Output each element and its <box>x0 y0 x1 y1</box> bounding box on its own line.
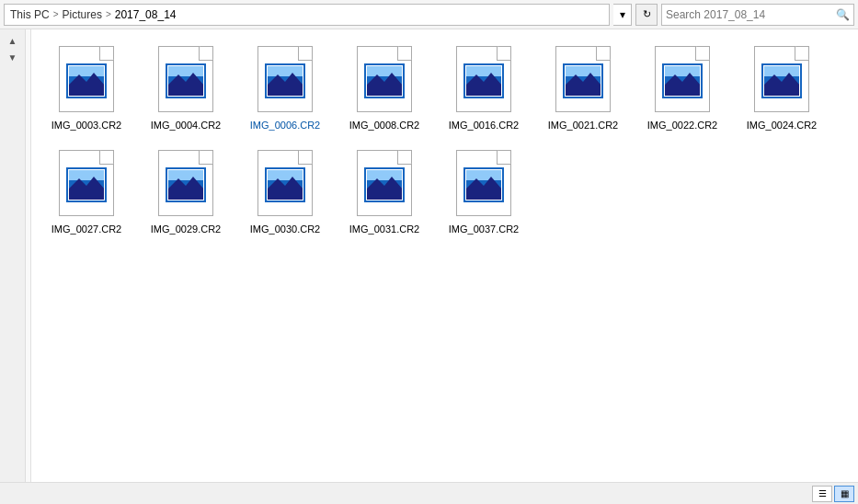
file-label: IMG_0027.CR2 <box>51 223 121 235</box>
doc-shape <box>456 150 511 216</box>
file-item[interactable]: IMG_0008.CR2 <box>338 39 430 135</box>
image-icon-svg <box>366 65 403 97</box>
search-box[interactable]: 🔍 <box>661 4 854 26</box>
image-preview <box>166 63 206 98</box>
crumb-pictures[interactable]: Pictures <box>63 8 102 21</box>
file-item[interactable]: IMG_0016.CR2 <box>438 39 530 135</box>
crumb-folder[interactable]: 2017_08_14 <box>115 8 177 21</box>
file-item[interactable]: IMG_0031.CR2 <box>338 143 430 239</box>
file-label: IMG_0024.CR2 <box>747 119 817 132</box>
file-icon <box>351 146 418 220</box>
svg-rect-36 <box>763 65 800 76</box>
file-item[interactable]: IMG_0030.CR2 <box>239 143 331 239</box>
file-label: IMG_0029.CR2 <box>151 223 221 235</box>
refresh-button[interactable]: ↻ <box>635 4 658 26</box>
file-icon <box>252 146 318 220</box>
svg-rect-48 <box>167 189 204 200</box>
left-nav-panel: ▲ ▼ <box>0 29 26 482</box>
image-icon-svg <box>267 169 303 200</box>
svg-rect-41 <box>68 169 105 180</box>
details-view-button[interactable]: ▦ <box>834 486 854 502</box>
svg-rect-6 <box>167 65 204 76</box>
file-icon <box>749 42 815 116</box>
file-item[interactable]: IMG_0006.CR2 <box>239 39 331 135</box>
file-label: IMG_0030.CR2 <box>250 223 320 235</box>
svg-rect-11 <box>267 65 303 76</box>
file-item[interactable]: IMG_0029.CR2 <box>140 143 232 239</box>
image-preview <box>364 167 405 202</box>
file-icon <box>351 42 418 116</box>
file-icon <box>53 42 120 116</box>
breadcrumb-dropdown[interactable]: ▾ <box>613 4 632 26</box>
image-icon-svg <box>68 65 105 97</box>
svg-rect-56 <box>366 169 403 180</box>
file-item[interactable]: IMG_0022.CR2 <box>636 39 728 135</box>
image-icon-svg <box>167 65 204 97</box>
doc-shape <box>158 46 213 112</box>
search-input[interactable] <box>666 8 836 21</box>
file-label: IMG_0021.CR2 <box>548 119 618 132</box>
nav-down-arrow[interactable]: ▼ <box>6 50 20 64</box>
image-icon-svg <box>465 169 502 200</box>
svg-rect-23 <box>465 86 502 97</box>
svg-rect-21 <box>465 65 502 76</box>
file-icon <box>550 42 616 116</box>
svg-rect-1 <box>68 65 105 76</box>
doc-shape <box>357 150 412 216</box>
image-icon-svg <box>565 65 601 97</box>
svg-rect-51 <box>267 169 303 180</box>
file-icon <box>451 146 517 220</box>
image-preview <box>66 167 107 202</box>
svg-rect-63 <box>465 189 502 200</box>
breadcrumb[interactable]: This PC > Pictures > 2017_08_14 <box>4 4 610 26</box>
file-item[interactable]: IMG_0027.CR2 <box>40 143 132 239</box>
image-preview <box>463 63 504 98</box>
file-item[interactable]: IMG_0024.CR2 <box>736 39 828 135</box>
svg-rect-38 <box>763 86 800 97</box>
image-icon-svg <box>267 65 303 97</box>
doc-shape <box>655 46 710 112</box>
image-icon-svg <box>465 65 502 97</box>
search-icon: 🔍 <box>836 8 850 21</box>
svg-rect-3 <box>68 86 105 97</box>
doc-shape <box>555 46 611 112</box>
main-container: ▲ ▼ <box>0 29 858 482</box>
svg-rect-33 <box>664 86 701 97</box>
status-bar: ☰ ▦ <box>0 482 858 504</box>
file-item[interactable]: IMG_0037.CR2 <box>438 143 530 239</box>
nav-up-arrow[interactable]: ▲ <box>6 33 20 48</box>
file-content-area: IMG_0003.CR2 <box>31 29 858 482</box>
svg-rect-28 <box>565 86 601 97</box>
file-item[interactable]: IMG_0004.CR2 <box>140 39 232 135</box>
svg-rect-16 <box>366 65 403 76</box>
file-icon <box>153 146 219 220</box>
image-icon-svg <box>664 65 701 97</box>
svg-rect-8 <box>167 86 204 97</box>
svg-rect-43 <box>68 189 105 200</box>
doc-shape <box>257 150 313 216</box>
list-view-button[interactable]: ☰ <box>812 486 832 502</box>
crumb-this-pc[interactable]: This PC <box>10 8 50 21</box>
details-view-icon: ▦ <box>841 488 849 498</box>
svg-rect-58 <box>366 189 403 200</box>
file-item[interactable]: IMG_0003.CR2 <box>40 39 132 135</box>
doc-shape <box>754 46 809 112</box>
doc-shape <box>257 46 313 112</box>
image-preview <box>761 63 802 98</box>
file-item[interactable]: IMG_0021.CR2 <box>537 39 629 135</box>
doc-shape <box>357 46 412 112</box>
svg-rect-13 <box>267 86 303 97</box>
doc-shape <box>59 46 114 112</box>
address-bar: This PC > Pictures > 2017_08_14 ▾ ↻ 🔍 <box>0 0 858 29</box>
image-icon-svg <box>68 169 105 200</box>
file-label: IMG_0008.CR2 <box>349 119 419 132</box>
image-preview <box>662 63 703 98</box>
file-icon <box>649 42 715 116</box>
file-label: IMG_0031.CR2 <box>349 223 419 235</box>
svg-rect-18 <box>366 86 403 97</box>
svg-rect-53 <box>267 189 303 200</box>
file-label: IMG_0006.CR2 <box>250 119 320 132</box>
svg-rect-26 <box>565 65 601 76</box>
svg-rect-46 <box>167 169 204 180</box>
svg-rect-61 <box>465 169 502 180</box>
